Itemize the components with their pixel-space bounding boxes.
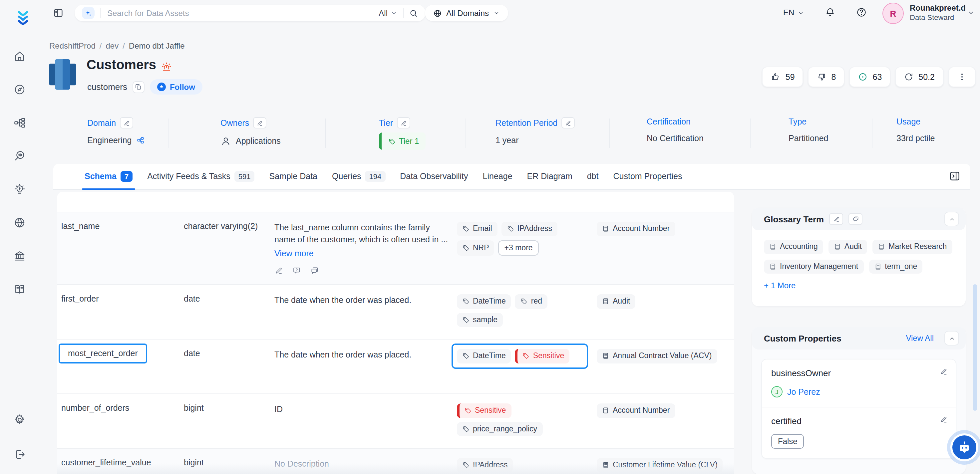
sidebar-toggle-icon[interactable] xyxy=(52,7,64,19)
tag-chip[interactable]: sample xyxy=(457,313,503,327)
search-icon[interactable] xyxy=(409,8,418,17)
nav-insights[interactable] xyxy=(10,180,29,199)
glossary-term-chip[interactable]: Inventory Management xyxy=(764,259,864,274)
edit-icon[interactable] xyxy=(940,415,948,425)
tag-chip[interactable]: IPAddress xyxy=(457,458,513,472)
column-name: number_of_orders xyxy=(61,403,129,413)
edit-icon[interactable] xyxy=(562,117,575,129)
glossary-term-chip[interactable]: Account Number xyxy=(597,222,675,236)
ai-sparkle-icon[interactable] xyxy=(82,7,95,19)
tab-custom-properties[interactable]: Custom Properties xyxy=(613,164,682,189)
nav-glossary[interactable] xyxy=(10,280,29,298)
chat-bot-button[interactable] xyxy=(950,433,978,461)
glossary-comments-icon[interactable] xyxy=(848,213,862,225)
glossary-term-chip[interactable]: Audit xyxy=(597,294,635,309)
user-menu-chevron-icon[interactable] xyxy=(967,9,975,17)
table-row[interactable]: first_order date The date when the order… xyxy=(57,285,734,339)
nav-settings[interactable] xyxy=(10,410,29,429)
edit-description-icon[interactable] xyxy=(274,267,283,278)
tier-chip[interactable]: Tier 1 xyxy=(379,132,426,150)
glossary-more-link[interactable]: + 1 More xyxy=(752,274,808,297)
tag-chip[interactable]: red xyxy=(515,294,547,309)
tag-chip[interactable]: DateTime xyxy=(457,349,511,363)
glossary-term-chip[interactable]: Market Research xyxy=(872,240,952,254)
tab-lineage[interactable]: Lineage xyxy=(483,164,512,189)
nav-logout[interactable] xyxy=(10,445,29,463)
table-row[interactable]: customer_lifetime_value bigint No Descri… xyxy=(57,449,734,474)
breadcrumb-item[interactable]: dev xyxy=(105,41,119,51)
tab-activity-feeds-tasks[interactable]: Activity Feeds & Tasks591 xyxy=(147,164,255,189)
tag-chip[interactable]: NRP xyxy=(457,240,495,256)
glossary-term-chip[interactable]: Account Number xyxy=(597,403,675,418)
request-description-icon[interactable] xyxy=(293,267,301,278)
nav-explore[interactable] xyxy=(10,80,29,99)
tag-chip[interactable]: DateTime xyxy=(457,294,511,309)
custom-properties-title: Custom Properties xyxy=(764,333,842,343)
breadcrumb-item[interactable]: Demo dbt Jaffle xyxy=(129,41,185,51)
search-scope-dropdown[interactable]: All xyxy=(379,8,398,17)
view-more-link[interactable]: View more xyxy=(274,248,314,260)
usage-score-button[interactable]: 50.2 xyxy=(895,67,943,87)
scrollbar-thumb[interactable] xyxy=(973,284,977,411)
tab-sample-data[interactable]: Sample Data xyxy=(269,164,318,189)
collapse-right-panel-icon[interactable] xyxy=(948,170,961,183)
govern-icon xyxy=(13,249,25,262)
tab-er-diagram[interactable]: ER Diagram xyxy=(527,164,573,189)
table-row[interactable]: most_recent_order date The date when the… xyxy=(57,339,734,394)
more-tags-button[interactable]: +3 more xyxy=(498,240,539,256)
global-search-bar[interactable]: All xyxy=(75,5,426,21)
notifications-bell-icon[interactable] xyxy=(824,7,836,18)
edit-icon[interactable] xyxy=(253,117,266,129)
owner-value[interactable]: Applications xyxy=(236,137,281,146)
glossary-term-chip[interactable]: Annual Contract Value (ACV) xyxy=(597,349,717,363)
tab-dbt[interactable]: dbt xyxy=(587,164,599,189)
glossary-term-chip[interactable]: term_one xyxy=(869,259,923,274)
book-icon xyxy=(769,243,776,251)
comments-icon xyxy=(310,267,319,275)
user-avatar[interactable]: R xyxy=(883,3,904,24)
edit-icon[interactable] xyxy=(120,117,133,129)
app-logo[interactable] xyxy=(17,11,29,28)
upvote-button[interactable]: 59 xyxy=(762,67,803,87)
tag-chip[interactable]: Email xyxy=(457,222,498,236)
edit-icon[interactable] xyxy=(397,117,410,129)
tag-chip[interactable]: IPAddress xyxy=(501,222,557,236)
nav-home[interactable] xyxy=(10,46,29,65)
kebab-icon xyxy=(957,72,967,82)
tab-data-observability[interactable]: Data Observability xyxy=(400,164,468,189)
follow-button[interactable]: Follow xyxy=(150,79,202,94)
tab-queries[interactable]: Queries194 xyxy=(332,164,385,189)
glossary-term-chip[interactable]: Audit xyxy=(829,240,867,254)
more-actions-button[interactable] xyxy=(948,67,975,87)
copy-icon[interactable] xyxy=(132,81,145,93)
glossary-term-chip[interactable]: Customer Lifetime Value (CLV) xyxy=(597,458,723,472)
table-row[interactable]: last_name character varying(2) The last_… xyxy=(57,212,734,285)
alert-icon[interactable] xyxy=(161,61,172,73)
edit-glossary-icon[interactable] xyxy=(829,213,843,225)
collapse-custom-properties-icon[interactable] xyxy=(944,331,959,345)
tab-schema[interactable]: Schema7 xyxy=(84,164,132,189)
domain-value[interactable]: Engineering xyxy=(87,136,132,145)
tag-chip[interactable]: price_range_policy xyxy=(457,422,542,436)
help-icon[interactable] xyxy=(856,7,867,18)
task-count-button[interactable]: 63 xyxy=(850,67,891,87)
table-row[interactable]: number_of_orders bigint ID Sensitivepric… xyxy=(57,394,734,449)
edit-icon[interactable] xyxy=(940,367,948,377)
user-menu[interactable]: Rounakpreet.d Data Steward xyxy=(910,3,966,21)
nav-govern[interactable] xyxy=(10,247,29,265)
tag-chip[interactable]: Sensitive xyxy=(515,349,570,363)
robot-icon xyxy=(956,439,972,455)
property-user-link[interactable]: Jo Perez xyxy=(787,387,820,396)
left-nav-rail xyxy=(0,0,40,474)
downvote-button[interactable]: 8 xyxy=(808,67,845,87)
view-all-link[interactable]: View All xyxy=(906,334,934,343)
comments-icon[interactable] xyxy=(310,267,319,278)
tag-chip[interactable]: Sensitive xyxy=(457,403,511,418)
breadcrumb-item[interactable]: RedshiftProd xyxy=(49,41,95,51)
glossary-term-chip[interactable]: Accounting xyxy=(764,240,823,254)
language-selector[interactable]: EN xyxy=(783,8,804,17)
nav-domains[interactable] xyxy=(10,213,29,232)
collapse-glossary-icon[interactable] xyxy=(944,212,959,226)
search-input[interactable] xyxy=(106,8,373,18)
domains-filter[interactable]: All Domains xyxy=(425,5,508,21)
